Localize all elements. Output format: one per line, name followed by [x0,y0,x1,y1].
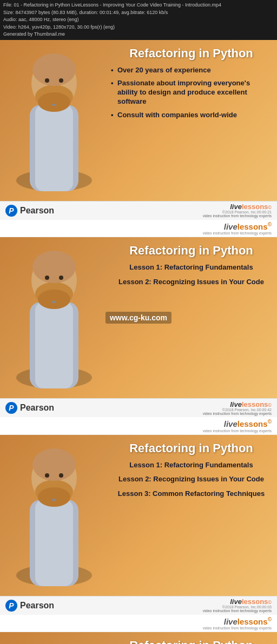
ll-lessons-part-3: lessons [238,617,268,626]
panel-4: Refactoring in Python Lesson 5: Inside R… [0,632,277,644]
bullet-3: Consult with companies world-wide [111,111,272,120]
ll-lessons-2: lessons [242,400,268,408]
panel-3-text-area: Refactoring in Python Lesson 1: Refactor… [108,435,277,596]
lesson-2-1: Lesson 1: Refactoring Fundamentals [111,263,272,272]
person-silhouette-2 [0,237,108,388]
ll-live-part-1: live [224,222,238,231]
ll-lessons-3: lessons [242,598,268,606]
panel-3-title: Refactoring in Python [111,441,272,455]
panel-4-content: Refactoring in Python Lesson 5: Inside R… [0,632,277,644]
svg-point-19 [45,276,49,280]
ll-circle-2: © [268,403,272,408]
ll-header-bar-1: livelessons© video instruction from tech… [0,220,277,238]
lesson-2-2: Lesson 2: Recognizing Issues in Your Cod… [111,278,272,287]
panel-3-content: Refactoring in Python Lesson 1: Refactor… [0,435,277,596]
ll-header-bar-3: livelessons© video instruction from tech… [0,615,277,633]
livelessons-logo-2: livelessons© ©2018 Pearson, Inc.00:00:42… [203,401,272,415]
ll-lessons-1: lessons [242,203,268,211]
panel-2-lessons: Lesson 1: Refactoring Fundamentals Lesso… [111,263,272,292]
svg-rect-10 [52,104,56,106]
bullet-1: Over 20 years of experience [111,66,272,75]
svg-point-28 [38,487,70,507]
panel-1-content: Refactoring in Python Over 20 years of e… [0,40,277,201]
svg-rect-24 [35,500,73,586]
panel-2-content: Refactoring in Python Lesson 1: Refactor… [0,237,277,398]
pearson-logo-3: P Pearson [5,600,54,612]
pearson-label-2: Pearson [20,403,54,413]
file-info-line3: Audio: aac, 48000 Hz, stereo (eng) [3,16,274,24]
ll-live-2: live [230,400,242,408]
ll-copyright-3: ©2018 Pearson, Inc.00:00:03 [222,605,272,609]
ll-header-brand-1: livelessons© video instruction from tech… [203,222,272,236]
pearson-label-1: Pearson [20,206,54,216]
svg-rect-32 [52,499,56,501]
person-silhouette-1 [0,40,108,191]
panel-2: Refactoring in Python Lesson 1: Refactor… [0,237,277,417]
lesson-3-3: Lesson 3: Common Refactoring Techniques [111,489,272,499]
ll-brand-3: livelessons© [230,598,272,605]
ll-live-1: live [230,203,242,211]
bottom-bar-3: P Pearson livelessons© ©2018 Pearson, In… [0,596,277,615]
ll-circle-r-2: © [268,419,272,425]
svg-point-6 [38,92,70,112]
ll-header-brand-3: livelessons© video instruction from tech… [203,616,272,630]
watermark-2: www.cg-ku.com [105,312,172,324]
person-area-1 [0,40,108,201]
pearson-p-icon-2: P [5,402,17,414]
livelessons-logo-1: livelessons© ©2018 Pearson, Inc.00:00:21… [203,203,272,218]
panel-3: Refactoring in Python Lesson 1: Refactor… [0,435,277,615]
svg-point-20 [59,276,63,280]
panel-3-lessons: Lesson 1: Refactoring Fundamentals Lesso… [111,461,272,505]
svg-rect-21 [52,301,56,303]
ll-live-3: live [230,598,242,606]
ll-sub-text-1: video instruction from technology expert… [203,231,272,235]
panel-1: Refactoring in Python Over 20 years of e… [0,40,277,220]
ll-circle-3: © [268,600,272,605]
panel-4-title: Refactoring in Python [111,639,272,644]
bullet-2: Passionate about improving everyone's ab… [111,79,272,106]
panel-4-text-area: Refactoring in Python Lesson 5: Inside R… [108,632,277,644]
pearson-p-icon-1: P [5,205,17,217]
ll-tagline-3: video instruction from technology expert… [203,609,272,613]
lesson-3-2: Lesson 2: Recognizing Issues in Your Cod… [111,475,272,484]
person-silhouette-3 [0,435,108,586]
ll-live-part-2: live [224,419,238,428]
file-info-line1: File: 01 - Refactoring in Python LiveLes… [3,2,274,9]
svg-rect-13 [35,302,73,388]
panel-1-bullets: Over 20 years of experience Passionate a… [111,66,272,124]
ll-circle-1: © [268,205,272,210]
pearson-logo-2: P Pearson [5,402,54,414]
ll-header-bar-2: livelessons© video instruction from tech… [0,417,277,435]
ll-main-text-3: livelessons© [224,616,272,627]
ll-sub-text-2: video instruction from technology expert… [203,429,272,433]
ll-circle-r-1: © [268,222,272,227]
ll-copyright-1: ©2018 Pearson, Inc.00:00:21 [222,210,272,214]
file-info-line5: Generated by Thumbnail.me [3,31,274,38]
svg-point-31 [59,473,63,478]
person-area-4 [0,632,108,644]
ll-main-text-1: livelessons© [224,222,272,232]
person-area-2 [0,237,108,398]
ll-lessons-part-2: lessons [238,419,268,428]
ll-circle-r-3: © [268,616,272,622]
svg-point-29 [32,448,76,481]
ll-tagline-2: video instruction from technology expert… [203,412,272,415]
bottom-bar-2: P Pearson livelessons© ©2018 Pearson, In… [0,398,277,417]
person-area-3 [0,435,108,596]
panel-2-title: Refactoring in Python [111,244,272,258]
ll-main-text-2: livelessons© [224,419,272,429]
ll-lessons-part-1: lessons [238,222,268,231]
svg-point-7 [32,53,76,86]
ll-brand-2: livelessons© [230,401,272,408]
ll-header-brand-2: livelessons© video instruction from tech… [203,419,272,433]
file-info-line2: Size: 84743907 bytes (80.83 MiB), durati… [3,9,274,17]
ll-tagline-1: video instruction from technology expert… [203,214,272,218]
pearson-label-3: Pearson [20,601,54,611]
ll-sub-text-3: video instruction from technology expert… [203,626,272,630]
person-silhouette-4 [0,632,108,644]
svg-point-8 [45,78,49,83]
svg-rect-2 [35,105,73,191]
svg-point-18 [32,251,76,283]
pearson-logo-1: P Pearson [5,205,54,217]
file-info-bar: File: 01 - Refactoring in Python LiveLes… [0,0,277,40]
